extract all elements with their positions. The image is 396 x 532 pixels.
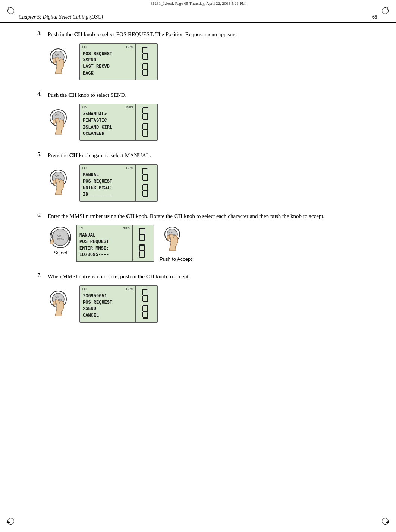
lcd-7: 736959651 POS REQUEST >SEND CANCEL [80, 286, 136, 322]
step-7-number: 7. [37, 272, 48, 279]
lcd-4-line3: ISLAND GIRL [83, 124, 133, 131]
seg-digit-8-7 [142, 305, 151, 320]
seg-digit-6-6 [138, 228, 148, 243]
svg-rect-41 [142, 168, 143, 174]
svg-rect-10 [143, 59, 148, 60]
svg-rect-92 [147, 312, 148, 317]
svg-rect-52 [147, 191, 148, 196]
display-unit-6: MANUAL POS REQUEST ENTER MMSI: ID73695--… [76, 225, 154, 262]
lcd-4-line1: ><MANUAL> [83, 111, 133, 118]
step-3-number: 3. [37, 30, 48, 37]
lcd-6-line1: MANUAL [79, 232, 129, 239]
step-6-illustration: CH TO ACC Select MANUAL POS REQUEST ENTE… [48, 225, 374, 262]
push-to-accept-label: Push to Accept [160, 256, 192, 262]
step-6-text: Enter the MMSI number using the CH knob.… [48, 212, 374, 221]
svg-rect-23 [142, 108, 143, 113]
step-5-col: Press the CH knob again to select MANUAL… [48, 151, 374, 202]
svg-rect-14 [143, 69, 148, 70]
svg-rect-7 [143, 53, 148, 54]
seg-digit-8-6 [138, 244, 148, 259]
svg-rect-24 [147, 108, 148, 113]
svg-rect-44 [142, 175, 143, 180]
step-5-number: 5. [37, 151, 48, 158]
seg-digit-8-5 [142, 184, 151, 199]
svg-rect-60 [144, 229, 145, 234]
lcd-5-line2: POS REQUEST [83, 178, 133, 185]
svg-point-55 [52, 229, 69, 246]
step-4-illustration: CH TO ACC ><MANUAL> FINTASTIC ISLAND GIR… [48, 104, 374, 141]
step-3: 3. Push in the CH knob to select POS REQ… [37, 30, 374, 80]
hand-push-icon-7: CH TO ACC [48, 288, 76, 320]
display-unit-3: POS REQUEST >SEND LAST RECVD BACK [79, 43, 158, 80]
step-7-illustration: CH TO ACC 736959651 POS REQUEST >SEND CA… [48, 285, 374, 323]
svg-rect-65 [139, 244, 145, 246]
select-label: Select [54, 250, 67, 256]
lcd-4: ><MANUAL> FINTASTIC ISLAND GIRL OCEANEER [80, 104, 136, 140]
lcd-5-line3: ENTER MMSI: [83, 185, 133, 191]
step-6: 6. Enter the MMSI number using the CH kn… [37, 212, 374, 262]
lcd-7-line3: >SEND [83, 306, 133, 312]
svg-rect-22 [143, 107, 148, 108]
step-5-illustration: CH TO ACC MANUAL POS REQUEST ENTER MMSI:… [48, 164, 374, 202]
svg-rect-46 [143, 180, 148, 181]
svg-text:CH: CH [55, 295, 59, 298]
svg-rect-90 [143, 311, 148, 312]
svg-text:CH: CH [55, 53, 59, 56]
main-content: 3. Push in the CH knob to select POS REQ… [0, 23, 396, 348]
svg-text:CH: CH [169, 231, 173, 234]
svg-rect-81 [142, 289, 143, 295]
hand-push-icon-6: CH TO ACC [163, 225, 187, 253]
svg-rect-28 [143, 119, 148, 120]
step-7-col: When MMSI entry is complete, push in the… [48, 272, 374, 323]
hand-push-icon-4: CH TO ACC [48, 107, 76, 138]
svg-rect-12 [142, 64, 143, 69]
display-unit-4: ><MANUAL> FINTASTIC ISLAND GIRL OCEANEER [79, 104, 158, 141]
svg-rect-70 [144, 251, 145, 257]
svg-rect-13 [147, 64, 148, 69]
step-7-text: When MMSI entry is complete, push in the… [48, 272, 374, 281]
svg-rect-84 [142, 296, 143, 301]
svg-rect-11 [143, 63, 148, 64]
svg-rect-71 [139, 257, 145, 258]
svg-text:TO ACC: TO ACC [57, 238, 64, 240]
svg-rect-68 [139, 250, 145, 251]
corner-mark-bl [7, 515, 17, 525]
svg-rect-69 [139, 251, 140, 257]
svg-rect-48 [142, 185, 143, 190]
select-knob-group: CH TO ACC Select [48, 225, 73, 257]
svg-rect-49 [147, 185, 148, 190]
push-accept-knob-group: CH TO ACC Push to Accept [157, 225, 192, 262]
lcd-5-line4: ID_________ [83, 191, 133, 198]
svg-rect-93 [143, 317, 148, 319]
svg-rect-4 [143, 47, 148, 48]
step-7: 7. When MMSI entry is complete, push in … [37, 272, 374, 323]
step-4-text: Push the CH knob to select SEND. [48, 91, 374, 99]
hand-push-icon-3: CH TO ACC [48, 46, 76, 77]
svg-rect-31 [147, 124, 148, 129]
lcd-6: MANUAL POS REQUEST ENTER MMSI: ID73695--… [77, 225, 133, 261]
svg-rect-34 [147, 130, 148, 136]
lcd-7-line4: CANCEL [83, 313, 133, 319]
svg-rect-82 [147, 289, 148, 295]
svg-rect-32 [143, 129, 148, 130]
svg-text:CH: CH [57, 234, 61, 237]
corner-mark-tl [7, 7, 17, 17]
svg-rect-53 [143, 196, 148, 197]
seg-digit-6-top [142, 46, 151, 61]
lcd-4-line2: FINTASTIC [83, 118, 133, 124]
svg-rect-43 [143, 174, 148, 175]
seg-digit-8-top [142, 63, 151, 77]
svg-rect-6 [147, 47, 148, 53]
step-3-col: Push in the CH knob to select POS REQUES… [48, 30, 374, 80]
seg-digit-8-4 [142, 123, 151, 138]
rotate-knob-icon: CH TO ACC [48, 225, 73, 250]
svg-rect-17 [143, 75, 148, 76]
svg-rect-16 [147, 70, 148, 75]
svg-rect-26 [142, 114, 143, 119]
svg-rect-83 [143, 295, 148, 296]
page-header: Chapter 5: Digital Select Calling (DSC) … [0, 11, 396, 23]
lcd-6-line2: POS REQUEST [79, 239, 129, 245]
lcd-3-line1: POS REQUEST [83, 51, 133, 57]
lcd-5-line1: MANUAL [83, 172, 133, 178]
lcd-5: MANUAL POS REQUEST ENTER MMSI: ID_______… [80, 165, 136, 201]
